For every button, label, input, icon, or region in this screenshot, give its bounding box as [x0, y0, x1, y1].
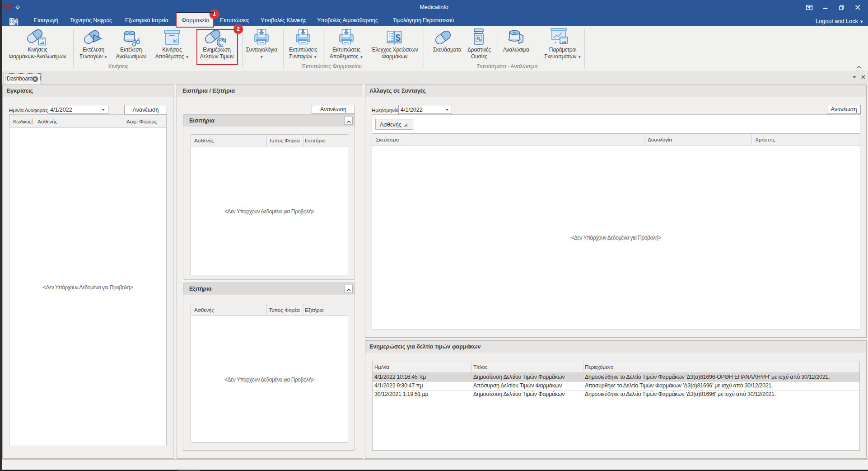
svg-text:$: $	[395, 32, 401, 42]
